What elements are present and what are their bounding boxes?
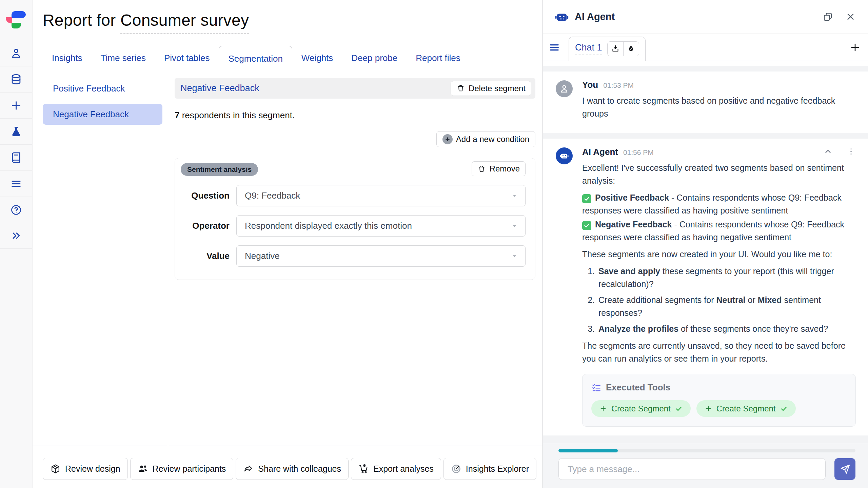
new-chat-button[interactable]: [850, 42, 861, 53]
executed-tool-create-segment-2[interactable]: Create Segment: [696, 400, 796, 417]
share-icon: [243, 464, 254, 474]
segment-detail-header: Negative Feedback Delete segment: [175, 78, 535, 99]
condition-card-top: Sentiment analysis Remove: [181, 161, 526, 176]
download-chat-button[interactable]: [608, 42, 623, 56]
tab-insights[interactable]: Insights: [43, 45, 92, 71]
chat-bottom-filler: [543, 435, 868, 443]
question-select[interactable]: Q9: Feedback: [236, 185, 526, 206]
plus-icon: [705, 405, 712, 412]
trash-icon: [456, 84, 465, 93]
message-header: You 01:53 PM: [582, 80, 856, 90]
ai-panel-header: AI Agent: [543, 0, 868, 34]
chat-row-gap: [543, 133, 868, 139]
robot-icon: [554, 9, 570, 25]
page-title: Report for Consumer survey: [43, 11, 542, 29]
agent-message: AI Agent 01:56 PM Excellent! I've succes…: [556, 147, 856, 427]
segment-item-negative-feedback[interactable]: Negative Feedback: [43, 104, 162, 125]
review-participants-button[interactable]: Review participants: [130, 458, 234, 480]
app-sidebar: [0, 0, 33, 488]
export-analyses-button[interactable]: Export analyses: [351, 458, 441, 480]
tab-deep-probe[interactable]: Deep probe: [342, 45, 407, 71]
executed-tools-list: Create Segment Create Segment: [591, 400, 847, 417]
executed-tool-create-segment-1[interactable]: Create Segment: [591, 400, 691, 417]
agent-question: These segments are now created in your U…: [582, 248, 856, 261]
share-with-colleagues-label: Share with colleagues: [258, 464, 341, 474]
footer-toolbar: Review design Review participants Share …: [33, 446, 542, 488]
plus-icon: [599, 405, 607, 412]
message-body: I want to create segments based on posit…: [582, 94, 856, 120]
logo-mark-icon: [6, 11, 27, 29]
app-logo[interactable]: [0, 0, 32, 40]
sidebar-item-data[interactable]: [0, 66, 32, 92]
restore-window-icon[interactable]: [823, 12, 833, 22]
tab-segmentation[interactable]: Segmentation: [219, 46, 292, 71]
check-emoji-icon: [582, 194, 591, 203]
sidebar-item-expand[interactable]: [0, 223, 32, 249]
sidebar-item-experiments[interactable]: [0, 118, 32, 144]
delete-segment-label: Delete segment: [469, 84, 526, 93]
droplet-eraser-icon: [627, 44, 635, 53]
chevrons-right-icon: [10, 229, 22, 242]
close-icon[interactable]: [845, 12, 856, 22]
executed-tools-header: Executed Tools: [591, 382, 847, 393]
question-label: Question: [181, 190, 236, 201]
value-label: Value: [181, 251, 236, 261]
tab-time-series[interactable]: Time series: [92, 45, 155, 71]
tab-report-files[interactable]: Report files: [407, 45, 470, 71]
composer-row: [558, 458, 855, 480]
page-title-prefix: Report for: [43, 11, 116, 29]
segmentation-content: Positive Feedback Negative Feedback Nega…: [33, 71, 542, 446]
cart-icon: [358, 464, 369, 474]
review-design-button[interactable]: Review design: [43, 458, 128, 480]
message-input[interactable]: [558, 458, 826, 480]
database-icon: [10, 73, 22, 86]
operator-select[interactable]: Respondent displayed exactly this emotio…: [236, 215, 526, 237]
remove-condition-button[interactable]: Remove: [472, 161, 526, 176]
add-condition-button[interactable]: Add a new condition: [436, 131, 535, 147]
remove-condition-label: Remove: [490, 164, 520, 174]
delete-segment-button[interactable]: Delete segment: [451, 81, 531, 96]
insights-explorer-label: Insights Explorer: [466, 464, 529, 474]
respondents-count: 7: [175, 110, 179, 120]
condition-card: Sentiment analysis Remove Question Q9: F…: [175, 158, 535, 280]
plus-icon: [850, 42, 861, 53]
created-segment-positive: Positive Feedback - Contains respondents…: [582, 191, 856, 217]
review-design-label: Review design: [65, 464, 120, 474]
add-condition-row: Add a new condition: [175, 131, 535, 147]
message-author: AI Agent: [582, 147, 618, 157]
segment-item-positive-feedback[interactable]: Positive Feedback: [43, 78, 162, 99]
insights-explorer-button[interactable]: Insights Explorer: [443, 458, 536, 480]
option-additional-segments: Create additional segments for Neutral o…: [597, 293, 856, 319]
context-progress-bar: [558, 449, 855, 452]
chat-tab-label[interactable]: Chat 1: [575, 42, 602, 55]
book-icon: [10, 151, 22, 164]
send-message-button[interactable]: [834, 458, 855, 480]
tab-pivot-tables[interactable]: Pivot tables: [155, 45, 219, 71]
review-participants-label: Review participants: [153, 464, 226, 474]
clear-chat-button[interactable]: [623, 42, 639, 56]
agent-options-list: Save and apply these segments to your re…: [582, 265, 856, 335]
agent-note: The segments are currently unsaved, so t…: [582, 339, 856, 365]
robot-icon: [559, 151, 569, 161]
users-icon: [138, 464, 148, 474]
sidebar-item-help[interactable]: [0, 197, 32, 223]
plus-circle-icon: [442, 134, 453, 144]
chat-menu-button[interactable]: [548, 41, 560, 54]
sidebar-item-new[interactable]: [0, 92, 32, 118]
sidebar-item-menu[interactable]: [0, 170, 32, 197]
value-select[interactable]: Negative: [236, 245, 526, 267]
tab-weights[interactable]: Weights: [292, 45, 342, 71]
option-analyze-profiles: Analyze the profiles of these segments o…: [597, 322, 856, 335]
share-with-colleagues-button[interactable]: Share with colleagues: [236, 458, 349, 480]
operator-label: Operator: [181, 221, 236, 231]
chat-composer-area: [543, 443, 868, 488]
user-message-text: I want to create segments based on posit…: [582, 94, 856, 120]
sidebar-item-account[interactable]: [0, 40, 32, 66]
chat-tab[interactable]: Chat 1: [569, 37, 646, 61]
chat-progress-fill: [558, 449, 618, 452]
title-divider: [43, 35, 542, 35]
survey-name-editable[interactable]: Consumer survey: [120, 11, 249, 34]
sidebar-item-library[interactable]: [0, 144, 32, 170]
ai-agent-panel: AI Agent Chat 1: [542, 0, 868, 488]
user-icon: [559, 84, 569, 94]
